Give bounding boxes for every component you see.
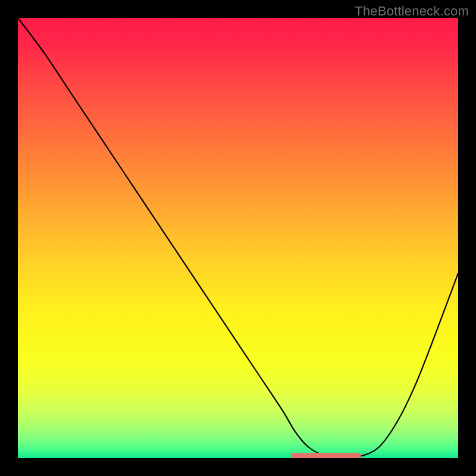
curve-path bbox=[18, 18, 458, 457]
watermark: TheBottleneck.com bbox=[355, 4, 469, 19]
highlight-marker bbox=[291, 453, 361, 458]
plot-area bbox=[18, 18, 458, 458]
curve-layer bbox=[18, 18, 458, 458]
chart-container: TheBottleneck.com bbox=[0, 0, 476, 476]
